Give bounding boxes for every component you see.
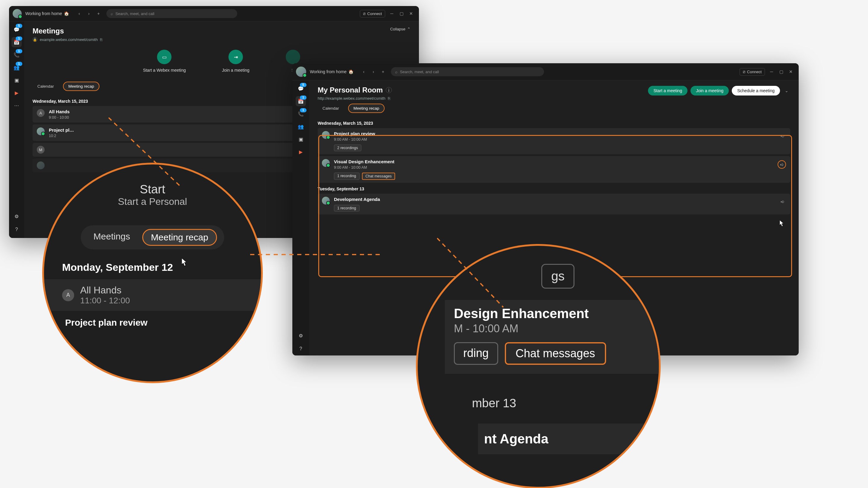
copy-icon[interactable]: ⎘ xyxy=(100,37,102,42)
nav-rail: 💬5 📅1 📞1 👥 ▣ ▶ ⚙ ? xyxy=(292,80,309,355)
devices-icon: ⎚ xyxy=(743,70,745,74)
house-icon: 🏠 xyxy=(64,11,69,16)
window-minimize[interactable]: ─ xyxy=(388,9,396,18)
organizer-avatar xyxy=(322,131,330,139)
rail-apps[interactable]: ▶ xyxy=(11,88,22,98)
page-title: My Personal Roomi xyxy=(318,86,392,94)
window-maximize[interactable]: ▢ xyxy=(777,67,785,76)
presence-dot xyxy=(303,73,307,77)
organizer-avatar xyxy=(322,159,330,167)
titlebar: Working from home🏠 ‹ › + ⌕Search, meet, … xyxy=(9,6,419,22)
avatar-letter: A xyxy=(62,289,74,301)
house-icon: 🏠 xyxy=(348,69,353,74)
lock-icon: 🔒 xyxy=(33,37,37,42)
rail-call[interactable]: 📞1 xyxy=(11,50,22,60)
callout-zoom-1: Start Start a Personal Meetings Meeting … xyxy=(42,163,263,383)
tab-meetings-zoom[interactable]: Meetings xyxy=(88,229,135,246)
titlebar: Working from home🏠 ‹ › + ⌕Search, meet, … xyxy=(292,63,799,80)
rail-settings[interactable]: ⚙ xyxy=(296,330,306,341)
window-close[interactable]: ✕ xyxy=(407,9,415,18)
rail-teams[interactable]: 👥 xyxy=(296,121,306,132)
search-icon: ⌕ xyxy=(395,70,398,74)
meeting-row[interactable]: Project plan review9:00 AM - 10:00 AM2 r… xyxy=(318,128,790,154)
organizer-avatar xyxy=(322,197,330,204)
rail-calendar[interactable]: 📅1 xyxy=(11,37,22,47)
page-title: Meetings xyxy=(33,27,102,35)
meeting-url[interactable]: 🔒example.webex.com/meet/csmith⎘ xyxy=(33,37,102,42)
video-icon: ▭ xyxy=(162,54,167,60)
nav-back[interactable]: ‹ xyxy=(75,9,84,18)
rail-settings[interactable]: ⚙ xyxy=(11,211,22,221)
rail-calendar[interactable]: 📅1 xyxy=(296,96,306,106)
schedule-meeting-button[interactable] xyxy=(286,50,300,64)
nav-add[interactable]: + xyxy=(379,67,387,76)
user-avatar[interactable] xyxy=(13,9,22,18)
chevron-up-icon: ⌃ xyxy=(407,27,410,31)
nav-back[interactable]: ‹ xyxy=(360,67,368,76)
schedule-meeting-button[interactable]: Schedule a meeting xyxy=(732,86,780,96)
rail-call[interactable]: 📞1 xyxy=(296,109,306,119)
more-actions[interactable]: ⌄ xyxy=(783,87,790,95)
join-meeting-button[interactable]: ⇥ xyxy=(228,50,243,64)
rail-help[interactable]: ? xyxy=(11,224,22,235)
rail-contacts[interactable]: ▣ xyxy=(296,134,306,144)
callout-zoom-2: gs Design Enhancement M - 10:00 AM rding… xyxy=(416,244,661,488)
nav-forward[interactable]: › xyxy=(85,9,93,18)
window-close[interactable]: ✕ xyxy=(786,67,795,76)
join-icon: ⇥ xyxy=(234,54,238,60)
avatar-letter: M xyxy=(37,146,44,154)
date-header: Tuesday, September 13 xyxy=(318,187,790,191)
chip[interactable]: Chat messages xyxy=(362,173,396,180)
rail-chat[interactable]: 💬5 xyxy=(296,84,306,94)
info-icon[interactable]: i xyxy=(386,87,392,93)
window-maximize[interactable]: ▢ xyxy=(397,9,406,18)
tab-meeting-recap[interactable]: Meeting recap xyxy=(348,104,385,113)
search-input[interactable]: ⌕Search, meet, and call xyxy=(106,9,237,18)
open-arrow-icon[interactable]: ➪ xyxy=(779,198,786,205)
nav-rail: 💬5 📅1 📞1 👥1 ▣ ▶ ⋯ ⚙ ? xyxy=(9,22,24,238)
tab-meeting-recap[interactable]: Meeting recap xyxy=(63,82,100,91)
search-input[interactable]: ⌕Search, meet, and call xyxy=(391,67,544,76)
chip[interactable]: 1 recording xyxy=(334,205,360,212)
join-meeting-button[interactable]: Join a meeting xyxy=(690,86,729,96)
meeting-row[interactable]: Visual Design Enhancement9:00 AM - 10:00… xyxy=(318,156,790,183)
nav-forward[interactable]: › xyxy=(369,67,378,76)
devices-icon: ⎚ xyxy=(363,11,366,16)
meeting-row[interactable]: Development Agenda1 recording➪ xyxy=(318,194,790,215)
rail-apps[interactable]: ▶ xyxy=(296,147,306,157)
open-arrow-icon[interactable]: ➪ xyxy=(778,160,786,169)
user-avatar[interactable] xyxy=(296,67,306,77)
cursor-icon xyxy=(779,220,785,228)
rail-more[interactable]: ⋯ xyxy=(11,100,22,110)
rail-help[interactable]: ? xyxy=(296,344,306,354)
rail-teams[interactable]: 👥1 xyxy=(11,62,22,73)
open-arrow-icon[interactable]: ➪ xyxy=(779,132,786,139)
date-header: Wednesday, March 15, 2023 xyxy=(318,121,790,126)
chip-recording-zoom[interactable]: rding xyxy=(454,342,498,365)
status-text[interactable]: Working from home🏠 xyxy=(310,69,353,74)
rail-contacts[interactable]: ▣ xyxy=(11,75,22,85)
tab-calendar[interactable]: Calendar xyxy=(33,82,59,90)
avatar-letter: A xyxy=(37,109,44,117)
connect-button[interactable]: ⎚Connect xyxy=(740,68,765,76)
window-minimize[interactable]: ─ xyxy=(767,67,776,76)
tab-calendar[interactable]: Calendar xyxy=(318,104,344,112)
cursor-icon xyxy=(181,258,187,266)
connect-button[interactable]: ⎚Connect xyxy=(360,10,385,18)
rail-chat[interactable]: 💬5 xyxy=(11,24,22,35)
copy-icon[interactable]: ⎘ xyxy=(388,96,390,101)
start-meeting-button[interactable]: Start a meeting xyxy=(648,86,687,96)
meeting-url[interactable]: http://example.webex.com/meet/csmith⎘ xyxy=(318,96,392,101)
start-meeting-button[interactable]: ▭ xyxy=(157,50,172,64)
collapse-toggle[interactable]: Collapse⌃ xyxy=(390,27,410,31)
chip[interactable]: 2 recordings xyxy=(334,144,361,151)
search-icon: ⌕ xyxy=(111,11,113,16)
tab-meeting-recap-zoom[interactable]: Meeting recap xyxy=(142,229,217,246)
chip-chat-messages-zoom[interactable]: Chat messages xyxy=(505,342,606,365)
nav-add[interactable]: + xyxy=(94,9,103,18)
chip[interactable]: 1 recording xyxy=(334,173,360,180)
status-text[interactable]: Working from home🏠 xyxy=(25,11,69,16)
organizer-avatar xyxy=(37,127,44,135)
presence-dot xyxy=(18,14,22,19)
